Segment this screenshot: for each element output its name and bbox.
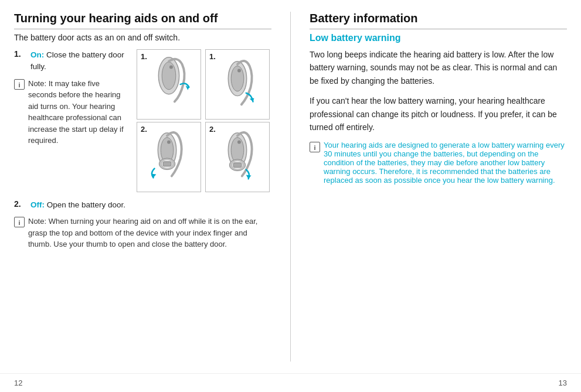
svg-marker-21 bbox=[246, 175, 252, 179]
image-3-open-left: 2. bbox=[137, 122, 201, 192]
left-section-title: Turning your hearing aids on and off bbox=[14, 12, 271, 29]
right-note: i Your hearing aids are designed to gene… bbox=[310, 141, 567, 185]
left-column: Turning your hearing aids on and off The… bbox=[14, 12, 271, 362]
page-footer: 12 13 bbox=[0, 373, 581, 392]
svg-point-1 bbox=[162, 62, 176, 90]
step1-text: Close the battery door fully. bbox=[30, 50, 124, 71]
step1-block: 1. On: Close the battery door fully. bbox=[14, 49, 130, 73]
step1-with-images: 1. On: Close the battery door fully. i N… bbox=[14, 49, 271, 192]
note2-icon: i bbox=[14, 217, 25, 227]
step1-number: 1. bbox=[14, 49, 25, 59]
step1-note: i Note: It may take five seconds before … bbox=[14, 78, 130, 146]
step2-number: 2. bbox=[14, 199, 25, 209]
img2-label: 1. bbox=[209, 52, 216, 61]
body-text-2: If you can't hear the low battery warnin… bbox=[310, 94, 567, 134]
svg-point-17 bbox=[237, 141, 241, 144]
svg-point-10 bbox=[167, 141, 171, 144]
hearing-aid-images-grid: 1. 1. bbox=[137, 49, 271, 192]
note2-text: Note: When turning your hearing aid on a… bbox=[28, 216, 271, 250]
right-column: Battery information Low battery warning … bbox=[290, 12, 567, 362]
body-text-1: Two long beeps indicate the hearing aid … bbox=[310, 48, 567, 87]
right-note-icon: i bbox=[310, 142, 320, 152]
right-note-text: Your hearing aids are designed to genera… bbox=[324, 141, 567, 185]
img3-label: 2. bbox=[141, 125, 147, 134]
step1-desc: On: Close the battery door fully. bbox=[30, 49, 130, 73]
svg-rect-13 bbox=[163, 162, 171, 166]
step2-block: 2. Off: Open the battery door. bbox=[14, 199, 271, 211]
off-label: Off: bbox=[30, 200, 45, 209]
svg-point-2 bbox=[169, 66, 173, 69]
svg-point-5 bbox=[231, 66, 244, 91]
on-label: On: bbox=[30, 50, 44, 59]
step2-note: i Note: When turning your hearing aid on… bbox=[14, 216, 271, 250]
img4-label: 2. bbox=[209, 125, 216, 134]
note1-text: Note: It may take five seconds before th… bbox=[28, 78, 130, 146]
svg-point-16 bbox=[231, 138, 244, 163]
right-section-title: Battery information bbox=[310, 12, 567, 29]
step2-text: Open the battery door. bbox=[47, 200, 125, 209]
svg-point-6 bbox=[237, 69, 241, 72]
steps-list: 1. On: Close the battery door fully. i N… bbox=[14, 49, 130, 146]
left-subtitle: The battery door acts as an on and off s… bbox=[14, 33, 271, 42]
image-2-closed-right2: 1. bbox=[205, 49, 270, 120]
img1-label: 1. bbox=[141, 52, 147, 61]
page-number-left: 12 bbox=[14, 379, 22, 387]
page-number-right: 13 bbox=[559, 379, 567, 387]
note1-icon: i bbox=[14, 79, 25, 90]
svg-rect-20 bbox=[233, 163, 242, 168]
image-1-closed-right: 1. bbox=[137, 49, 201, 120]
image-4-open-right: 2. bbox=[205, 122, 270, 192]
low-battery-title: Low battery warning bbox=[310, 33, 567, 43]
step2-desc: Off: Open the battery door. bbox=[30, 199, 271, 211]
